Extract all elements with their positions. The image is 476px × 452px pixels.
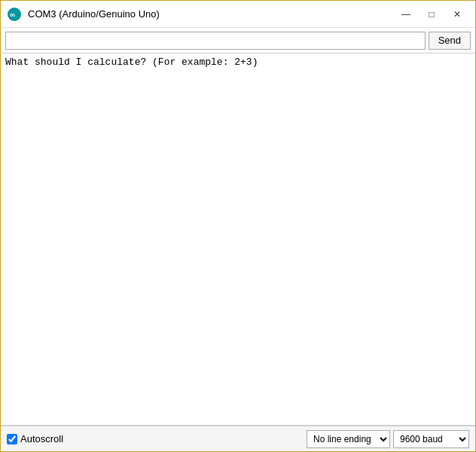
autoscroll-label: Autoscroll	[20, 433, 63, 444]
status-bar-right: No line ending Newline Carriage return B…	[307, 430, 469, 448]
baud-rate-select[interactable]: 300 baud 1200 baud 2400 baud 4800 baud 9…	[393, 430, 469, 448]
output-text: What should I calculate? (For example: 2…	[5, 56, 471, 68]
send-button[interactable]: Send	[429, 32, 471, 50]
serial-input[interactable]	[5, 32, 426, 50]
close-button[interactable]: ✕	[445, 4, 469, 25]
title-bar: ∞ COM3 (Arduino/Genuino Uno) — □ ✕	[1, 1, 475, 28]
arduino-logo-icon: ∞	[7, 7, 22, 22]
main-window: ∞ COM3 (Arduino/Genuino Uno) — □ ✕ Send …	[0, 0, 476, 452]
autoscroll-container: Autoscroll	[7, 433, 307, 444]
minimize-button[interactable]: —	[394, 4, 418, 25]
toolbar: Send	[1, 28, 475, 53]
autoscroll-checkbox[interactable]	[7, 434, 17, 444]
status-bar: Autoscroll No line ending Newline Carria…	[1, 426, 475, 451]
window-controls: — □ ✕	[394, 4, 469, 25]
line-ending-select[interactable]: No line ending Newline Carriage return B…	[307, 430, 390, 448]
svg-text:∞: ∞	[10, 11, 15, 19]
maximize-button[interactable]: □	[420, 4, 444, 25]
serial-output-area: What should I calculate? (For example: 2…	[1, 53, 475, 426]
window-title: COM3 (Arduino/Genuino Uno)	[28, 8, 394, 20]
